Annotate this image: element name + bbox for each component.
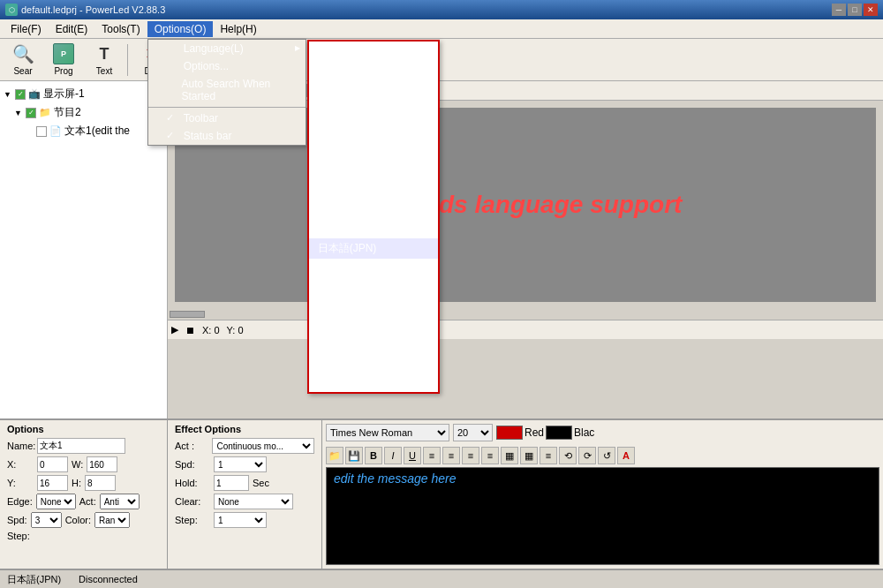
eff-clear-label: Clear:	[175, 496, 210, 507]
effect-title: Effect Options	[175, 424, 314, 434]
lang-bg[interactable]: Български(BG)	[309, 97, 438, 115]
tree-item-text1[interactable]: 📄 文本1(edit the	[25, 122, 163, 140]
btn-redo[interactable]: ⟳	[578, 447, 596, 464]
tree-check-root[interactable]: ✓	[15, 89, 26, 100]
menu-options[interactable]: Options(O) Language(L) Auto 简体中文(CHS) Ar…	[147, 21, 214, 37]
toolbar-search-label: Sear	[13, 66, 32, 76]
menu-help[interactable]: Help(H)	[213, 21, 263, 37]
btn-align-center[interactable]: ≡	[442, 447, 460, 464]
font-size-select[interactable]: 20	[453, 424, 493, 441]
lang-de[interactable]: Deutsch(DEU)	[309, 115, 438, 132]
menu-file[interactable]: File(F)	[4, 21, 49, 37]
lang-tr[interactable]: Türk(TRK)	[309, 354, 438, 372]
opt-spd-select[interactable]: 3	[31, 512, 62, 528]
btn-align-left[interactable]: ≡	[423, 447, 441, 464]
menu-edit[interactable]: Edit(E)	[49, 21, 95, 37]
lang-ar[interactable]: Arabic(AR)	[309, 79, 438, 97]
lang-fr[interactable]: French(FR)	[309, 185, 438, 203]
text-canvas[interactable]: edit the message here	[326, 467, 879, 565]
menu-language[interactable]: Language(L) Auto 简体中文(CHS) Arabic(AR) Бъ…	[148, 40, 306, 57]
btn-chart[interactable]: ▦	[520, 447, 538, 464]
scroll-thumb[interactable]	[170, 311, 205, 318]
opt-y-label: Y:	[7, 478, 34, 488]
opt-act-select[interactable]: Anti	[100, 494, 140, 509]
lang-pt[interactable]: Português(PTB)	[309, 279, 438, 297]
btn-bold[interactable]: B	[365, 447, 382, 464]
opt-step-label: Step:	[7, 531, 30, 541]
btn-save[interactable]: 💾	[345, 447, 363, 464]
opt-spd-row: Spd: 3 Color: Rand	[7, 512, 160, 528]
menu-bar: File(F) Edit(E) Tools(T) Options(O) Lang…	[0, 19, 883, 39]
eff-step-select[interactable]: 1	[214, 512, 267, 528]
bg-color-block[interactable]	[546, 426, 572, 440]
lang-ro[interactable]: Română(RO)	[309, 297, 438, 314]
options-dropdown: Language(L) Auto 简体中文(CHS) Arabic(AR) Бъ…	[147, 39, 306, 146]
opt-color-label: Color:	[65, 515, 91, 525]
opt-h-input[interactable]	[85, 475, 116, 491]
font-family-select[interactable]: Times New Roman	[326, 424, 449, 441]
lang-fa[interactable]: FARSI(IR)	[309, 168, 438, 185]
tree-item-node2[interactable]: ▼ ✓ 📁 节目2	[14, 103, 163, 122]
lang-ru[interactable]: Русский(RU)	[309, 314, 438, 332]
canvas-scrollbar-h[interactable]	[168, 309, 883, 320]
eff-spd-row: Spd: 1	[175, 456, 314, 472]
menu-auto-search[interactable]: Auto Search When Started	[148, 75, 306, 105]
tree-check-text1[interactable]	[36, 126, 47, 137]
opt-x-input[interactable]	[37, 456, 68, 472]
opt-name-label: Name:	[7, 441, 34, 451]
eff-act-select[interactable]: Continuous mo...	[212, 438, 314, 454]
language-submenu: Auto 简体中文(CHS) Arabic(AR) Български(BG) …	[307, 40, 440, 394]
lang-auto[interactable]: Auto	[309, 41, 438, 59]
title-bar: ⬡ default.ledprj - PowerLed V2.88.3 ─ □ …	[0, 0, 883, 19]
opt-name-input[interactable]	[37, 438, 125, 454]
toolbar-search[interactable]: 🔍 Sear	[4, 41, 42, 79]
close-button[interactable]: ✕	[864, 4, 878, 16]
fg-color-block[interactable]	[496, 426, 523, 440]
canvas-status: ▶ ⏹ X: 0 Y: 0	[168, 320, 883, 339]
opt-color-select[interactable]: Rand	[94, 512, 130, 528]
eff-hold-input[interactable]	[214, 475, 249, 491]
eff-spd-select[interactable]: 1	[214, 456, 267, 472]
btn-font-color[interactable]: A	[617, 447, 635, 464]
menu-toolbar[interactable]: ✓ Toolbar	[148, 109, 306, 127]
toolbar-prog[interactable]: P Prog	[44, 41, 83, 79]
lang-cht[interactable]: 繁體中文(CHT)	[309, 372, 438, 392]
opt-edge-select[interactable]: None	[36, 494, 76, 509]
btn-refresh[interactable]: ↺	[598, 447, 615, 464]
eff-step-row: Step: 1	[175, 512, 314, 528]
lang-en[interactable]: English(ENU)	[309, 132, 438, 150]
eff-clear-select[interactable]: None	[214, 494, 293, 509]
btn-underline[interactable]: U	[404, 447, 421, 464]
opt-y-input[interactable]	[37, 475, 68, 491]
btn-list[interactable]: ≡	[540, 447, 557, 464]
lang-th[interactable]: ภาษาไทย(THA)	[309, 332, 438, 354]
btn-align-right[interactable]: ≡	[462, 447, 479, 464]
bottom-top: Options Name: X: W: Y: H: Edge: None	[0, 420, 883, 569]
menu-options-dlg[interactable]: Options...	[148, 57, 306, 75]
btn-undo[interactable]: ⟲	[559, 447, 577, 464]
effect-panel: Effect Options Act : Continuous mo... Sp…	[168, 420, 322, 569]
btn-italic[interactable]: I	[384, 447, 402, 464]
toolbar-text[interactable]: T Text	[85, 41, 124, 79]
opt-w-input[interactable]	[87, 456, 117, 472]
menu-statusbar[interactable]: ✓ Status bar	[148, 127, 306, 145]
window-title: default.ledprj - PowerLed V2.88.3	[21, 4, 165, 15]
tree-check-node2[interactable]: ✓	[26, 108, 36, 118]
lang-he[interactable]: HEBREW(HE)	[309, 203, 438, 221]
minimize-button[interactable]: ─	[832, 4, 846, 16]
toolbar: 🔍 Sear P Prog T Text ✕ Del ⏱ Sync ⏻ Turn…	[0, 39, 883, 81]
menu-sep	[148, 107, 306, 108]
menu-tools[interactable]: Tools(T)	[94, 21, 147, 37]
btn-open[interactable]: 📁	[326, 447, 343, 464]
lang-es[interactable]: Español(ESP)	[309, 150, 438, 168]
lang-ko[interactable]: 한국어(KR)	[309, 259, 438, 279]
maximize-button[interactable]: □	[848, 4, 862, 16]
lang-chs[interactable]: 简体中文(CHS)	[309, 59, 438, 79]
toolbar-prog-label: Prog	[54, 66, 72, 76]
lang-hu[interactable]: Magyar(HUN)	[309, 221, 438, 238]
btn-justify[interactable]: ≡	[481, 447, 499, 464]
tree-item-root[interactable]: ▼ ✓ 📺 显示屏-1	[4, 85, 163, 103]
search-icon: 🔍	[12, 43, 34, 64]
lang-ja[interactable]: 日本語(JPN)	[309, 238, 438, 259]
btn-table[interactable]: ▦	[501, 447, 518, 464]
